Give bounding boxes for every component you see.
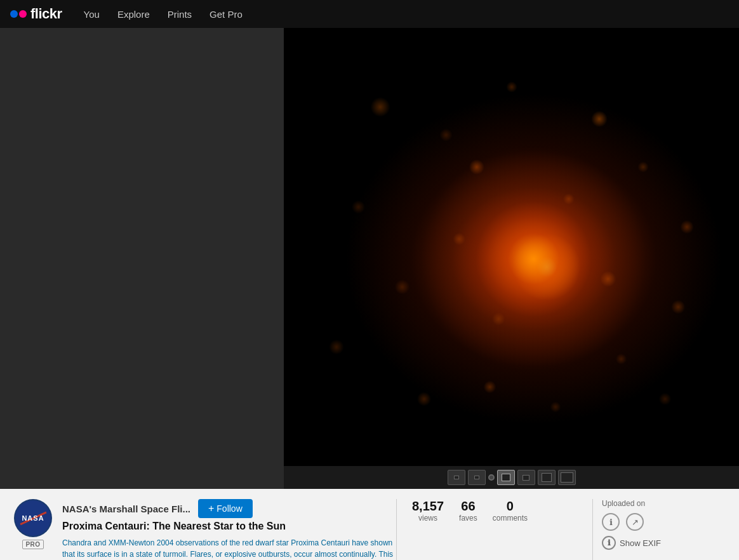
avatar (14, 499, 52, 537)
share-action-icon[interactable]: ↗ (626, 513, 644, 531)
photo-wrapper (293, 47, 731, 447)
navbar: flickr You Explore Prints Get Pro (0, 0, 739, 28)
show-exif-label: Show EXIF (620, 538, 661, 548)
action-icons: ℹ ↗ (602, 513, 720, 531)
star-photo (293, 47, 731, 447)
size-xl[interactable] (538, 470, 556, 485)
size-bar (284, 466, 739, 489)
photo-description: Chandra and XMM-Newton 2004 observations… (62, 537, 394, 560)
views-value: 8,157 (412, 499, 444, 514)
user-name-row: NASA's Marshall Space Fli... + Follow (62, 499, 394, 518)
plus-icon: + (208, 503, 214, 514)
user-section: PRO NASA's Marshall Space Fli... + Follo… (13, 499, 394, 560)
size-sm[interactable] (468, 470, 486, 485)
dot-blue (10, 10, 18, 18)
photo-column (284, 28, 739, 489)
follow-label: Follow (216, 503, 242, 514)
size-md[interactable] (497, 470, 515, 485)
photo-container (284, 28, 739, 466)
info-action-icon[interactable]: ℹ (602, 513, 620, 531)
size-dot[interactable] (488, 474, 495, 481)
nav-link-you[interactable]: You (75, 0, 109, 28)
faves-value: 66 (461, 499, 475, 514)
show-exif-button[interactable]: ℹ Show EXIF (602, 536, 720, 550)
nav-link-getpro[interactable]: Get Pro (201, 0, 251, 28)
stat-faves: 66 faves (459, 499, 477, 523)
comments-label: comments (493, 514, 528, 523)
exif-info-icon: ℹ (602, 536, 616, 550)
views-label: views (418, 514, 437, 523)
size-lg[interactable] (517, 470, 535, 485)
size-orig[interactable] (558, 470, 576, 485)
nav-link-prints[interactable]: Prints (159, 0, 201, 28)
flickr-wordmark: flickr (30, 6, 62, 22)
nasa-logo (15, 500, 51, 536)
faves-label: faves (459, 514, 477, 523)
divider2 (592, 499, 593, 560)
nav-links: You Explore Prints Get Pro (75, 0, 251, 28)
right-section: Uploaded on ℹ ↗ ℹ Show EXIF (596, 499, 726, 550)
follow-button[interactable]: + Follow (198, 499, 253, 518)
nav-link-explore[interactable]: Explore (109, 0, 159, 28)
info-area: PRO NASA's Marshall Space Fli... + Follo… (0, 489, 739, 560)
dot-pink (19, 10, 27, 18)
avatar-wrapper: PRO (13, 499, 53, 560)
flickr-dots (10, 10, 27, 18)
stats-section: 8,157 views 66 faves 0 comments (399, 499, 590, 523)
comments-value: 0 (507, 499, 514, 514)
flickr-logo[interactable]: flickr (10, 6, 62, 22)
photo-title: Proxima Centauri: The Nearest Star to th… (62, 521, 394, 532)
main-area (0, 28, 739, 489)
user-info: NASA's Marshall Space Fli... + Follow Pr… (62, 499, 394, 560)
uploaded-label: Uploaded on (602, 499, 720, 508)
stat-views: 8,157 views (412, 499, 444, 523)
divider (396, 499, 397, 560)
user-name: NASA's Marshall Space Fli... (62, 503, 190, 514)
size-sq[interactable] (448, 470, 465, 485)
pro-badge: PRO (22, 540, 43, 549)
stat-comments: 0 comments (493, 499, 528, 523)
left-sidebar (0, 28, 284, 489)
